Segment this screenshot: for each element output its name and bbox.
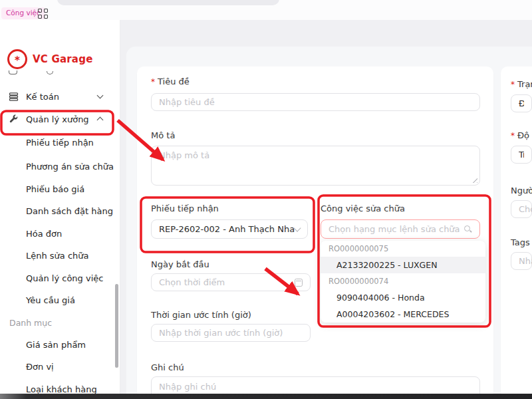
- sidebar-item-quan-ly-cong-viec[interactable]: Quản lý công việc: [0, 267, 120, 289]
- brand-row: * VC Garage: [7, 49, 93, 69]
- start-date-field-wrap: [151, 273, 311, 291]
- chevron-up-icon: [97, 117, 104, 124]
- sidebar: * VC Garage Kế toán Quản lý xưởng Phiếu …: [0, 20, 120, 394]
- dropdown-option-mercedes[interactable]: A0004203602 - MERCEDES: [321, 306, 485, 323]
- wrench-icon: [9, 114, 19, 124]
- title-label: *Tiêu đề: [151, 76, 190, 86]
- required-marker: *: [151, 77, 155, 86]
- status-select[interactable]: Đã t: [511, 94, 532, 112]
- sidebar-item-hoa-don[interactable]: Hóa đơn: [0, 223, 120, 244]
- sidebar-item-phieu-tiep-nhan[interactable]: Phiếu tiếp nhận: [0, 132, 120, 153]
- sidebar-item-don-vi[interactable]: Đơn vị: [0, 356, 120, 377]
- estimate-field-wrap: [151, 324, 311, 342]
- sidebar-item-ke-toan[interactable]: Kế toán: [0, 86, 120, 107]
- repair-job-search-wrap: [321, 219, 480, 239]
- chevron-down-icon: [293, 224, 301, 231]
- apps-grid-icon[interactable]: [38, 9, 48, 19]
- vc-garage-logo-icon: *: [7, 49, 27, 69]
- window-bottom-edge: [0, 394, 532, 399]
- chevron-down-icon: [97, 92, 104, 99]
- priority-select[interactable]: Trun: [511, 146, 532, 164]
- browser-tab-remnant: [57, 0, 279, 5]
- search-icon: [464, 225, 472, 233]
- start-date-label: Ngày bắt đầu: [151, 259, 209, 269]
- dropdown-option-luxgen[interactable]: A2133200225 - LUXGEN: [321, 257, 485, 273]
- note-input[interactable]: [159, 382, 472, 392]
- clipped-menu-text-fragment: [47, 71, 53, 74]
- description-input[interactable]: [159, 150, 472, 160]
- calendar-icon[interactable]: [295, 279, 303, 287]
- description-field-wrap: [151, 146, 480, 186]
- dropdown-option-honda[interactable]: 9090404006 - Honda: [321, 289, 485, 306]
- brand-name: VC Garage: [33, 53, 93, 65]
- title-input[interactable]: [159, 97, 472, 107]
- sidebar-item-danh-sach-dat-hang[interactable]: Danh sách đặt hàng: [0, 200, 120, 221]
- sidebar-item-quan-ly-xuong[interactable]: Quản lý xưởng: [0, 108, 120, 130]
- tags-label: Tags: [511, 237, 532, 247]
- repair-job-search-input[interactable]: [329, 224, 464, 234]
- sidebar-section-danh-muc: Danh mục: [9, 318, 52, 328]
- sidebar-item-phuong-an-sua-chua[interactable]: Phương án sửa chữa: [0, 156, 120, 177]
- dropdown-group-header: RO0000000075: [321, 241, 485, 257]
- clipped-menu-icon-fragment: [9, 70, 17, 74]
- assignee-field-wrap: Chọ: [511, 200, 532, 218]
- sidebar-item-gia-san-pham[interactable]: Giá sản phẩm: [0, 334, 120, 355]
- sidebar-item-lenh-sua-chua[interactable]: Lệnh sửa chữa: [0, 245, 120, 266]
- note-label: Ghi chú: [151, 362, 184, 372]
- tags-field-wrap: Nhậ: [511, 252, 532, 270]
- title-field-wrap: [151, 93, 480, 111]
- reception-select[interactable]: REP-2602-002 - Anh Thạch Nha Trang -...: [151, 219, 308, 239]
- repair-job-dropdown: RO0000000075 A2133200225 - LUXGEN RO0000…: [321, 241, 485, 323]
- sidebar-item-phieu-bao-gia[interactable]: Phiếu báo giá: [0, 178, 120, 200]
- assignee-label: Ngườ: [511, 186, 532, 196]
- sidebar-item-yeu-cau-gia[interactable]: Yêu cầu giá: [0, 289, 120, 311]
- reception-label: Phiếu tiếp nhận: [151, 203, 219, 213]
- side-form-card: [501, 66, 532, 399]
- status-label: *Trạn: [511, 79, 532, 89]
- repair-job-label: Công việc sửa chữa: [321, 203, 405, 213]
- sidebar-scrollbar-thumb[interactable]: [115, 284, 118, 368]
- resize-handle[interactable]: [471, 177, 477, 183]
- start-date-input[interactable]: [159, 277, 295, 287]
- ledger-icon: [9, 92, 19, 102]
- dropdown-group-header: RO0000000074: [321, 273, 485, 289]
- app-window: Công việc * VC Garage Kế toán Quản: [0, 0, 532, 399]
- estimate-input[interactable]: [159, 328, 303, 338]
- estimate-label: Thời gian ước tính (giờ): [151, 310, 251, 320]
- priority-label: *Độ ư: [511, 130, 532, 140]
- top-bar: Công việc: [0, 0, 532, 20]
- description-label: Mô tả: [151, 130, 175, 140]
